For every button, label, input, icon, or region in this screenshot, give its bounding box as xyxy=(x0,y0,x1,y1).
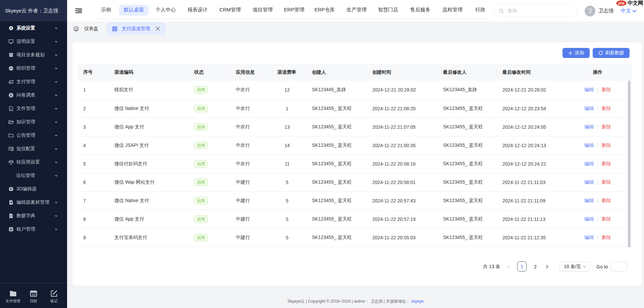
svg-text:php: php xyxy=(618,1,624,5)
